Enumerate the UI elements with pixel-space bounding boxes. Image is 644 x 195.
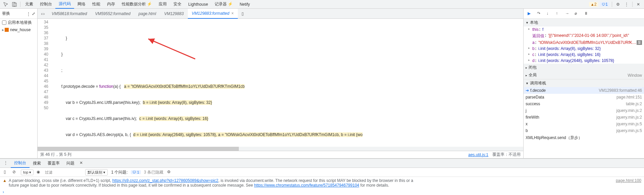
message-badge[interactable]: 🗩 1	[600, 2, 609, 7]
h-scrollbar[interactable]	[38, 147, 523, 151]
tab-application[interactable]: 应用	[155, 0, 170, 9]
resume-icon[interactable]: ▶	[528, 11, 533, 16]
scope-global-header[interactable]: ▸全局Window	[524, 71, 644, 79]
tab-lighthouse[interactable]: Lighthouse	[185, 0, 211, 9]
tab-elements[interactable]: 元素	[22, 0, 37, 9]
msg-link[interactable]: https://s9.cnzz.com/z_stat.php?id=127860…	[112, 178, 218, 183]
context-selector[interactable]: top ▾	[21, 170, 34, 175]
source-link[interactable]: aes.util.js:1	[468, 152, 488, 157]
file-tab[interactable]: VM58618:formatted	[48, 9, 91, 19]
file-tab[interactable]: VM129883	[160, 9, 188, 19]
level-selector[interactable]: 默认级别 ▾	[85, 169, 108, 176]
line-number: 43	[38, 68, 48, 73]
scope-var[interactable]: ▸c:i.init {words: Array(4), sigBytes: 16…	[524, 52, 644, 58]
callstack-frame[interactable]: successtable.js:2	[524, 101, 644, 107]
frame-loc: VM129883:formatted:46	[599, 88, 642, 93]
frame-loc: jquery.min.js:5	[616, 122, 642, 126]
line-number: 36	[38, 30, 48, 36]
close-icon[interactable]: ✕	[79, 160, 85, 166]
deactivate-bp-icon[interactable]: ⌀	[575, 11, 580, 16]
clear-icon[interactable]: ⊘	[12, 170, 18, 175]
inspect-icon[interactable]	[3, 2, 8, 7]
callstack-frame[interactable]: parseDatapage.html:151	[524, 94, 644, 101]
drawer-tab-coverage[interactable]: 覆盖率	[44, 159, 63, 168]
callstack-frame[interactable]: jjquery.min.js:2	[524, 107, 644, 114]
callstack-header[interactable]: ▼调用堆栈	[524, 79, 644, 87]
callstack-frame[interactable]: ➔f.decodeVM129883:formatted:46	[524, 87, 644, 94]
folder-row[interactable]: ▸ new_house	[0, 26, 37, 33]
device-icon[interactable]	[12, 2, 17, 7]
console-filter-bar: ▯ ⊘ top ▾ ◉ 默认级别 ▾ 1 个问题: 🗩 1 3 条已隐藏 ⚙	[0, 168, 644, 177]
pause-exceptions-icon[interactable]: ⏸	[584, 11, 589, 16]
line-number: 39	[38, 46, 48, 52]
drawer-tab-search[interactable]: 搜索	[30, 159, 44, 168]
msg-text: A parser-blocking, cross site (i.e. diff…	[9, 178, 112, 183]
issue-badge[interactable]: 🗩 1	[131, 170, 141, 174]
line-number: 48	[38, 94, 48, 100]
section-label: 本地	[530, 20, 538, 25]
eye-icon[interactable]: ◉	[37, 170, 42, 175]
more-icon[interactable]: ⋮	[624, 2, 629, 7]
code-area[interactable]: 34 35 36 37 38 39 40 41 42 43 44 45 46 4…	[38, 19, 523, 147]
msg-text: , is invoked via document.write. The net…	[218, 178, 413, 183]
enable-override-row[interactable]: 启用本地替换	[0, 19, 37, 26]
scope-var[interactable]: a:"tOlWskGAcviXt0rdOEToBffMfm1oYLYUdDxB7…	[524, 40, 644, 46]
more-icon[interactable]: ⋮	[4, 160, 9, 166]
tab-perf-insights[interactable]: 性能数据分析 ⚡	[118, 0, 155, 9]
close-icon[interactable]: ✕	[636, 2, 641, 7]
tab-netify[interactable]: Netify	[236, 0, 253, 9]
more-icon[interactable]: ⋮	[26, 12, 31, 16]
msg-source-link[interactable]: page.html:100	[616, 178, 641, 183]
step-icon[interactable]: →	[565, 11, 571, 16]
frame-fn: XMLHttpRequest.send（异步）	[526, 135, 582, 141]
tab-memory[interactable]: 内存	[104, 0, 118, 9]
warning-badge[interactable]: ▲ 2	[589, 2, 598, 7]
debugger-toolbar: ▶ ↷ ↓ ↑ → ⌀ ⏸	[524, 9, 644, 19]
console-prompt[interactable]: ›	[0, 189, 644, 195]
scope-local-header[interactable]: ▼本地	[524, 19, 644, 26]
settings-icon[interactable]: ⚙	[615, 2, 621, 7]
tab-console[interactable]: 控制台	[37, 0, 55, 9]
line-number: 44	[38, 73, 48, 78]
frame-loc: jquery.min.js:2	[616, 108, 642, 113]
sidebar-icon[interactable]: ▯	[4, 170, 9, 175]
scope-closure-header[interactable]: ▸闭包	[524, 64, 644, 71]
nav-icon[interactable]: ▭	[39, 10, 46, 17]
callstack-frame[interactable]: XMLHttpRequest.send（异步）	[524, 134, 644, 142]
tab-sources[interactable]: 源代码	[55, 0, 74, 9]
frame-loc: jquery.min.js:5	[616, 128, 642, 133]
tab-recorder[interactable]: 记录器 ⚡	[211, 0, 236, 9]
settings-icon[interactable]: ⚙	[167, 170, 172, 175]
line-number: 45	[38, 78, 48, 84]
replace-label: 替换	[2, 11, 10, 16]
drawer-tab-issues[interactable]: 问题	[63, 159, 78, 168]
filter-input[interactable]	[44, 170, 84, 175]
msg-text: for more details.	[359, 183, 389, 188]
callstack-frame[interactable]: fireWithjquery.min.js:2	[524, 114, 644, 121]
file-tab-active[interactable]: VM129883:formatted×	[188, 9, 238, 19]
tab-network[interactable]: 网络	[74, 0, 89, 9]
callstack-frame[interactable]: bjquery.min.js:5	[524, 127, 644, 134]
drawer-tab-console[interactable]: 控制台	[11, 159, 30, 168]
enable-checkbox[interactable]	[2, 20, 6, 25]
scrollbar-thumb[interactable]	[38, 147, 239, 151]
tab-security[interactable]: 安全	[170, 0, 185, 9]
step-into-icon[interactable]: ↓	[546, 11, 552, 16]
expand-icon[interactable]: ⤢	[32, 11, 35, 16]
tab-performance[interactable]: 性能	[89, 0, 104, 9]
code-body[interactable]: } } ; f.prototype.decode = function(a) {…	[51, 19, 523, 147]
scope-var[interactable]: ▸this:f	[524, 26, 644, 32]
msg-link[interactable]: https://www.chromestatus.com/feature/571…	[254, 183, 359, 188]
step-out-icon[interactable]: ↑	[556, 11, 561, 16]
step-over-icon[interactable]: ↷	[537, 11, 542, 16]
file-tab[interactable]: page.html	[135, 9, 160, 19]
coverage-label: 覆盖率：不适用	[492, 152, 521, 157]
line-number: 46	[38, 84, 48, 89]
more-icon[interactable]: ▯	[239, 10, 247, 17]
scope-var[interactable]: ▸b:i.init {words: Array(8), sigBytes: 32…	[524, 46, 644, 52]
scope-var[interactable]: ▸d:i.init {words: Array(2648), sigBytes:…	[524, 58, 644, 64]
scope-var[interactable]: 返回值:'[{\"timeend\":\"2024-01-06 14:00\",…	[524, 32, 644, 40]
callstack-frame[interactable]: xjquery.min.js:5	[524, 121, 644, 127]
file-tab[interactable]: VM59552:formatted	[91, 9, 134, 19]
close-icon[interactable]: ×	[231, 11, 234, 16]
